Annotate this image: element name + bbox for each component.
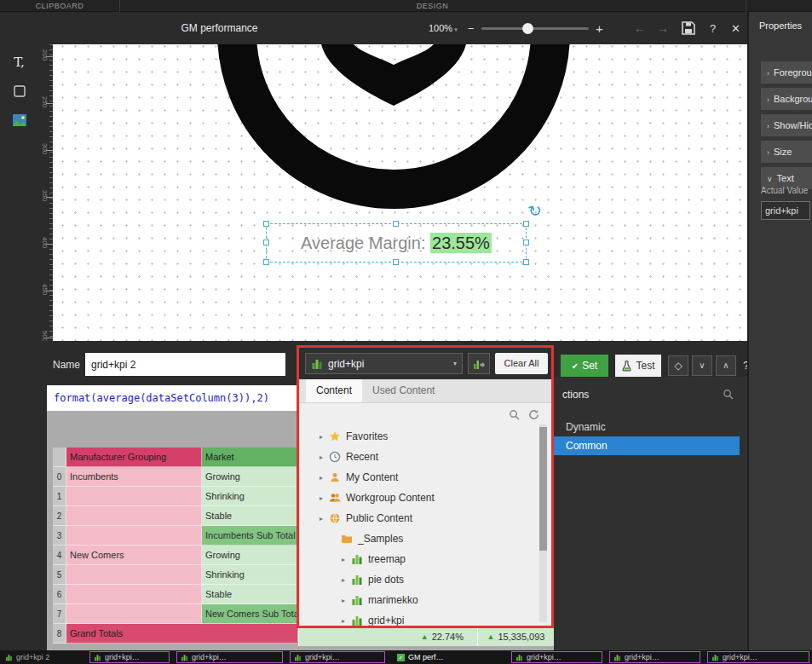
manufacturer-cell[interactable]: New Comers xyxy=(66,546,202,565)
bottom-tab[interactable]: grid+kpi… xyxy=(609,651,700,663)
selection-handle-nw[interactable] xyxy=(263,221,269,227)
grand-totals-cell[interactable]: Grand Totals xyxy=(66,624,298,644)
manufacturer-cell[interactable] xyxy=(66,604,202,624)
popup-scrollbar-thumb[interactable] xyxy=(539,427,547,551)
text-tool-icon[interactable]: T, xyxy=(0,51,38,73)
formula-bar[interactable]: format(average(dataSetColumn(3)),2) xyxy=(47,385,297,411)
tree-item-public-content[interactable]: ▸ Public Content xyxy=(299,508,538,528)
column-header-manufacturer[interactable]: Manufacturer Grouping xyxy=(66,447,202,467)
market-subtotal-cell[interactable]: New Comers Sub Total xyxy=(202,604,298,624)
ribbon-group-clipboard[interactable]: CLIPBOARD xyxy=(0,0,119,12)
chevron-up-button[interactable]: ∧ xyxy=(716,355,736,376)
tree-item-marimekko[interactable]: ▸ marimekko xyxy=(299,590,538,610)
manufacturer-cell[interactable] xyxy=(66,585,202,604)
manufacturer-cell[interactable] xyxy=(66,487,202,506)
close-button[interactable]: ✕ xyxy=(731,13,740,44)
refresh-icon[interactable] xyxy=(528,408,539,424)
bottom-tab[interactable]: grid+kpi… xyxy=(176,651,283,663)
expand-caret-icon[interactable]: ▸ xyxy=(342,556,351,563)
checkbox-icon[interactable]: ✓ xyxy=(397,654,405,661)
save-icon[interactable] xyxy=(682,21,695,35)
tree-item-samples-folder[interactable]: _Samples xyxy=(299,528,538,549)
market-subtotal-cell[interactable]: Incumbents Sub Total xyxy=(202,526,298,546)
name-input[interactable] xyxy=(85,353,285,376)
test-button[interactable]: Test xyxy=(615,355,661,377)
tab-content[interactable]: Content xyxy=(306,379,362,402)
expand-caret-icon[interactable]: ▸ xyxy=(320,453,329,461)
help-button[interactable]: ? xyxy=(710,13,716,44)
bottom-tab[interactable]: grid+kpi… xyxy=(707,651,809,663)
selected-text-element[interactable]: Average Margin: 23.55% xyxy=(266,223,527,263)
set-button[interactable]: ✔Set xyxy=(561,355,608,377)
table-row[interactable]: 1 Shrinking xyxy=(53,487,298,506)
tree-item-treemap[interactable]: ▸ treemap xyxy=(299,549,538,569)
dataset-dropdown[interactable]: grid+kpi ▾ xyxy=(305,353,463,374)
expand-caret-icon[interactable]: ▸ xyxy=(320,474,329,482)
market-cell[interactable]: Growing xyxy=(202,546,298,565)
totals-percent-cell[interactable]: ▲22.74% xyxy=(298,626,477,646)
undo-button[interactable]: ← xyxy=(634,13,646,44)
selection-handle-n[interactable] xyxy=(393,221,399,227)
table-row[interactable]: 5 Shrinking xyxy=(53,565,298,585)
bottom-tab[interactable]: grid+kpi 2 xyxy=(2,651,83,663)
actual-value-input[interactable] xyxy=(761,201,810,220)
shape-tool-icon[interactable] xyxy=(0,80,38,102)
redo-button[interactable]: → xyxy=(657,13,669,44)
manufacturer-cell[interactable]: Incumbents xyxy=(66,467,202,487)
market-cell[interactable]: Shrinking xyxy=(202,565,298,585)
bottom-tab[interactable]: grid+kpi… xyxy=(290,651,385,663)
ribbon-group-design[interactable]: DESIGN xyxy=(119,0,746,12)
diamond-button[interactable]: ◇ xyxy=(668,355,688,376)
heart-shape[interactable] xyxy=(308,44,479,155)
expand-caret-icon[interactable]: ▸ xyxy=(320,494,329,502)
table-row-grand-totals[interactable]: 8 Grand Totals xyxy=(53,624,298,644)
bottom-tab[interactable]: grid+kpi… xyxy=(89,651,170,663)
actions-item-dynamic[interactable]: Dynamic xyxy=(566,421,606,433)
table-row[interactable]: 4 New Comers Growing xyxy=(53,546,298,565)
zoom-slider-thumb[interactable] xyxy=(522,23,533,34)
selection-handle-ne[interactable] xyxy=(523,221,529,227)
design-canvas[interactable]: ↻ Average Margin: 23.55% xyxy=(53,44,747,341)
tree-item-recent[interactable]: ▸ Recent xyxy=(299,447,538,467)
selection-handle-s[interactable] xyxy=(393,259,399,265)
image-tool-icon[interactable] xyxy=(0,109,38,131)
column-header-market[interactable]: Market xyxy=(202,447,298,467)
totals-amount-cell[interactable]: ▲15,335,093 xyxy=(477,626,554,646)
section-show-hide[interactable]: ›Show/Hide xyxy=(761,114,812,136)
table-row[interactable]: 7 New Comers Sub Total xyxy=(53,604,298,624)
selection-handle-e[interactable] xyxy=(523,240,529,245)
tree-item-grid-kpi[interactable]: ▸ grid+kpi xyxy=(299,610,538,626)
table-row[interactable]: 3 Incumbents Sub Total xyxy=(53,526,298,546)
section-background[interactable]: ›Background xyxy=(761,88,812,110)
zoom-out-button[interactable]: − xyxy=(468,13,475,44)
manufacturer-cell[interactable] xyxy=(66,506,202,526)
selection-handle-w[interactable] xyxy=(263,240,269,245)
popup-scrollbar[interactable] xyxy=(539,424,547,622)
table-row[interactable]: 2 Stable xyxy=(53,506,298,526)
market-cell[interactable]: Stable xyxy=(202,585,298,604)
manufacturer-cell[interactable] xyxy=(66,565,202,585)
clear-all-button[interactable]: Clear All xyxy=(495,353,548,374)
zoom-in-button[interactable]: + xyxy=(596,13,603,44)
table-row[interactable]: 0 Incumbents Growing xyxy=(53,467,298,487)
zoom-slider[interactable] xyxy=(481,27,589,30)
bottom-tab-gm-perf[interactable]: ✓ GM perf… xyxy=(394,651,504,663)
expand-caret-icon[interactable]: ▸ xyxy=(342,597,351,604)
tree-item-my-content[interactable]: ▸ My Content xyxy=(299,467,538,488)
tab-used-content[interactable]: Used Content xyxy=(362,379,445,402)
market-cell[interactable]: Stable xyxy=(202,506,298,526)
selection-handle-sw[interactable] xyxy=(263,259,269,265)
expand-caret-icon[interactable]: ▸ xyxy=(342,576,351,584)
selection-handle-se[interactable] xyxy=(523,259,529,265)
zoom-level[interactable]: 100%▾ xyxy=(429,13,458,45)
bottom-tab[interactable]: grid+kpi… xyxy=(511,651,602,663)
tree-item-pie-dots[interactable]: ▸ pie dots xyxy=(299,569,538,590)
formula-text[interactable]: format(average(dataSetColumn(3)),2) xyxy=(47,385,297,404)
table-row[interactable]: 6 Stable xyxy=(53,585,298,604)
market-cell[interactable]: Growing xyxy=(202,467,298,487)
expand-caret-icon[interactable]: ▸ xyxy=(320,433,329,441)
section-foreground[interactable]: ›Foreground xyxy=(761,61,812,84)
section-size[interactable]: ›Size xyxy=(761,141,812,163)
search-icon[interactable] xyxy=(509,408,520,424)
search-icon[interactable] xyxy=(723,388,734,399)
